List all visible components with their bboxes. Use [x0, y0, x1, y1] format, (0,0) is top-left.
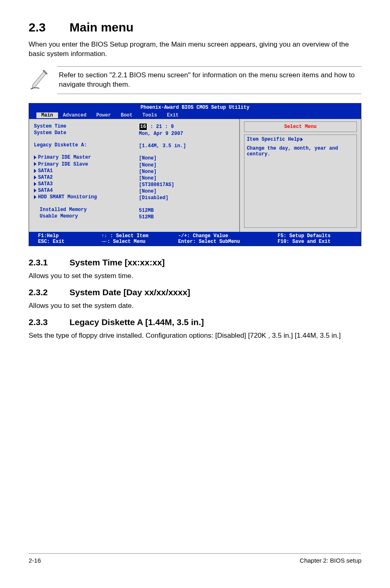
section-title: Main menu	[69, 20, 134, 34]
triangle-icon	[34, 169, 36, 173]
label-sata2: SATA2	[38, 175, 53, 180]
label-sata1: SATA1	[38, 168, 53, 174]
triangle-icon	[34, 182, 36, 186]
spacer	[139, 137, 238, 143]
tab-advanced[interactable]: Advanced	[58, 112, 92, 118]
value-sata1: [None]	[139, 168, 238, 175]
help-box: Item Specific Help Change the day, month…	[244, 135, 357, 228]
label-system-date[interactable]: System Date	[34, 130, 137, 136]
sub-text-232: Allows you to set the system date.	[29, 301, 361, 311]
triangle-icon	[34, 162, 36, 166]
value-pis: [None]	[139, 162, 238, 168]
spacer	[139, 202, 238, 207]
keyhint-esc: ESC: Exit	[38, 239, 101, 245]
bios-title: Phoenix-Award BIOS CMOS Setup Utility	[29, 103, 361, 112]
keyhint-f10: F10: Save and Exit	[278, 239, 354, 245]
sub-num: 2.3.2	[29, 287, 69, 297]
keyhint-leftright: →←: Select Menu	[101, 239, 178, 245]
section-num: 2.3	[29, 20, 69, 34]
spacer	[34, 201, 137, 206]
row-hdd-smart[interactable]: HDD SMART Monitoring	[34, 194, 137, 200]
label-usable-memory: Usable Memory	[34, 213, 137, 220]
sub-text-231: Allows you to set the system time.	[29, 272, 361, 281]
bios-panel: Phoenix-Award BIOS CMOS Setup Utility Ma…	[29, 103, 361, 246]
section-heading: 2.3Main menu	[29, 20, 361, 34]
help-text: Change the day, month, year and century.	[247, 146, 354, 157]
subheading-232: 2.3.2System Date [Day xx/xx/xxxx]	[29, 287, 361, 297]
note-block: Refer to section "2.2.1 BIOS menu screen…	[29, 66, 361, 94]
sub-title: System Date [Day xx/xx/xxxx]	[69, 287, 190, 297]
label-pim: Primary IDE Master	[38, 155, 91, 160]
footer-chapter: Chapter 2: BIOS setup	[300, 557, 361, 564]
label-legacy-diskette[interactable]: Legacy Diskette A:	[34, 142, 137, 148]
bios-body: System Time System Date Legacy Diskette …	[29, 119, 361, 232]
label-installed-memory: Installed Memory	[34, 206, 137, 213]
triangle-icon	[34, 195, 36, 199]
value-hdd: [Disabled]	[139, 195, 238, 201]
keyhint-change: -/+: Change Value	[178, 233, 278, 239]
footer-pagenum: 2-16	[29, 557, 41, 564]
spacer	[247, 142, 354, 146]
label-sata3: SATA3	[38, 181, 53, 187]
help-title: Item Specific Help	[247, 137, 354, 142]
label-system-time[interactable]: System Time	[34, 123, 137, 130]
bios-keyhints: F1:Help ESC: Exit ↑↓ : Select Item →←: S…	[29, 232, 361, 246]
time-rest: : 21 : 9	[147, 124, 174, 130]
value-pim: [None]	[139, 155, 238, 162]
sub-num: 2.3.3	[29, 317, 69, 327]
value-system-time[interactable]: 16 : 21 : 9	[139, 123, 238, 130]
sub-text-233: Sets the type of floppy drive installed.…	[29, 331, 361, 341]
time-hour-selection[interactable]: 16	[139, 123, 147, 130]
row-primary-ide-slave[interactable]: Primary IDE Slave	[34, 161, 137, 168]
tab-boot[interactable]: Boot	[116, 112, 137, 118]
spacer	[34, 148, 137, 154]
sub-num: 2.3.1	[29, 258, 69, 267]
bios-help-pane: Select Menu Item Specific Help Change th…	[239, 119, 361, 232]
triangle-icon	[34, 155, 36, 159]
bios-values: 16 : 21 : 9 Mon, Apr 9 2007 [1.44M, 3.5 …	[139, 119, 239, 232]
subheading-233: 2.3.3Legacy Diskette A [1.44M, 3.5 in.]	[29, 317, 361, 327]
spacer	[34, 136, 137, 142]
page-footer: 2-16 Chapter 2: BIOS setup	[29, 553, 361, 564]
label-sata4: SATA4	[38, 188, 53, 193]
bios-labels: System Time System Date Legacy Diskette …	[29, 119, 139, 232]
tab-exit[interactable]: Exit	[162, 112, 184, 118]
triangle-icon	[34, 175, 36, 180]
select-menu-box: Select Menu	[244, 121, 357, 132]
label-hdd: HDD SMART Monitoring	[38, 194, 97, 200]
bios-main-area: System Time System Date Legacy Diskette …	[29, 119, 239, 232]
value-installed-memory: 512MB	[139, 207, 238, 214]
row-sata2[interactable]: SATA2	[34, 174, 137, 181]
triangle-icon	[34, 189, 36, 193]
subheading-231: 2.3.1System Time [xx:xx:xx]	[29, 258, 361, 267]
note-text: Refer to section "2.2.1 BIOS menu screen…	[57, 66, 361, 94]
row-sata4[interactable]: SATA4	[34, 187, 137, 194]
intro-text: When you enter the BIOS Setup program, t…	[29, 40, 361, 59]
value-usable-memory: 512MB	[139, 214, 238, 220]
value-legacy-diskette[interactable]: [1.44M, 3.5 in.]	[139, 143, 238, 149]
keyhint-f5: F5: Setup Defaults	[278, 233, 354, 239]
value-sata4: [None]	[139, 188, 238, 195]
bios-menubar: Main Advanced Power Boot Tools Exit	[29, 112, 361, 119]
value-sata3: [ST380817AS]	[139, 182, 238, 188]
value-system-date[interactable]: Mon, Apr 9 2007	[139, 130, 238, 137]
sub-title: System Time [xx:xx:xx]	[69, 258, 165, 267]
label-pis: Primary IDE Slave	[38, 162, 88, 167]
row-sata1[interactable]: SATA1	[34, 168, 137, 174]
tab-main[interactable]: Main	[36, 112, 58, 118]
keyhint-f1: F1:Help	[38, 233, 101, 239]
sub-title: Legacy Diskette A [1.44M, 3.5 in.]	[69, 317, 204, 327]
tab-tools[interactable]: Tools	[137, 112, 162, 118]
keyhint-updown: ↑↓ : Select Item	[101, 233, 178, 239]
spacer	[139, 149, 238, 155]
triangle-icon	[300, 137, 303, 141]
row-sata3[interactable]: SATA3	[34, 181, 137, 187]
tab-power[interactable]: Power	[91, 112, 116, 118]
value-sata2: [None]	[139, 175, 238, 182]
keyhint-enter: Enter: Select SubMenu	[178, 239, 278, 245]
row-primary-ide-master[interactable]: Primary IDE Master	[34, 154, 137, 161]
pencil-note-icon	[29, 69, 50, 91]
